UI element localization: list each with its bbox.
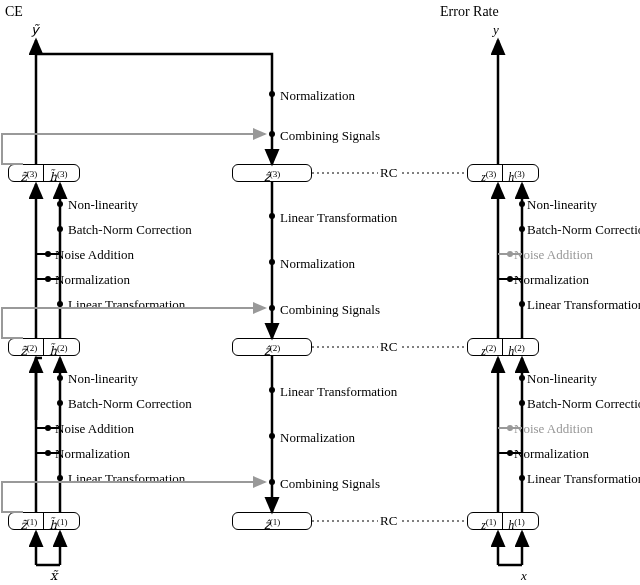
svg-point-44 xyxy=(519,475,525,481)
svg-point-41 xyxy=(519,400,525,406)
svg-point-50 xyxy=(519,226,525,232)
svg-point-27 xyxy=(269,213,275,219)
svg-point-31 xyxy=(269,387,275,393)
svg-point-32 xyxy=(269,433,275,439)
svg-point-12 xyxy=(57,475,63,481)
svg-point-49 xyxy=(519,201,525,207)
arrows-layer xyxy=(0,0,640,585)
svg-point-24 xyxy=(269,91,275,97)
svg-point-33 xyxy=(269,479,275,485)
svg-point-9 xyxy=(57,400,63,406)
svg-point-29 xyxy=(269,305,275,311)
svg-point-21 xyxy=(57,301,63,307)
svg-point-8 xyxy=(57,375,63,381)
svg-point-28 xyxy=(269,259,275,265)
svg-point-17 xyxy=(57,201,63,207)
svg-point-25 xyxy=(269,131,275,137)
svg-point-53 xyxy=(519,301,525,307)
svg-point-40 xyxy=(519,375,525,381)
svg-point-18 xyxy=(57,226,63,232)
